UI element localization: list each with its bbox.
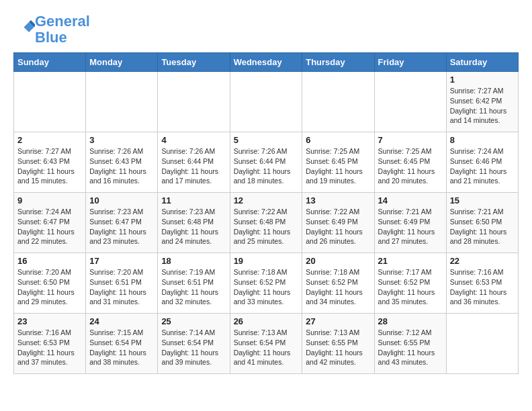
calendar-cell xyxy=(446,314,518,374)
weekday-header-sunday: Sunday xyxy=(14,53,86,72)
day-info: Sunrise: 7:23 AM Sunset: 6:48 PM Dayligh… xyxy=(161,207,226,246)
calendar-cell: 6Sunrise: 7:25 AM Sunset: 6:45 PM Daylig… xyxy=(302,132,374,193)
day-number: 22 xyxy=(450,256,515,266)
day-info: Sunrise: 7:23 AM Sunset: 6:47 PM Dayligh… xyxy=(89,207,154,246)
weekday-header-saturday: Saturday xyxy=(446,53,518,72)
weekday-header-monday: Monday xyxy=(86,53,158,72)
calendar-cell: 5Sunrise: 7:26 AM Sunset: 6:44 PM Daylig… xyxy=(230,132,302,193)
day-number: 4 xyxy=(161,135,226,145)
day-info: Sunrise: 7:21 AM Sunset: 6:49 PM Dayligh… xyxy=(378,207,443,246)
calendar-cell: 26Sunrise: 7:13 AM Sunset: 6:54 PM Dayli… xyxy=(230,314,302,374)
day-info: Sunrise: 7:26 AM Sunset: 6:43 PM Dayligh… xyxy=(89,146,154,186)
calendar-cell: 15Sunrise: 7:21 AM Sunset: 6:50 PM Dayli… xyxy=(446,193,518,253)
calendar-week-row: 2Sunrise: 7:27 AM Sunset: 6:43 PM Daylig… xyxy=(14,132,519,193)
day-number: 21 xyxy=(378,256,443,266)
day-number: 2 xyxy=(17,135,82,145)
day-number: 16 xyxy=(17,256,82,266)
calendar-cell xyxy=(230,72,302,132)
calendar-cell: 24Sunrise: 7:15 AM Sunset: 6:54 PM Dayli… xyxy=(86,314,158,374)
day-info: Sunrise: 7:21 AM Sunset: 6:50 PM Dayligh… xyxy=(450,207,515,246)
calendar-cell: 14Sunrise: 7:21 AM Sunset: 6:49 PM Dayli… xyxy=(374,193,446,253)
calendar-week-row: 9Sunrise: 7:24 AM Sunset: 6:47 PM Daylig… xyxy=(14,193,519,253)
day-info: Sunrise: 7:18 AM Sunset: 6:52 PM Dayligh… xyxy=(306,267,370,307)
calendar-cell: 8Sunrise: 7:24 AM Sunset: 6:46 PM Daylig… xyxy=(446,132,518,193)
day-number: 12 xyxy=(234,195,299,205)
logo-text: General Blue xyxy=(35,13,90,46)
day-number: 25 xyxy=(161,316,226,326)
day-info: Sunrise: 7:16 AM Sunset: 6:53 PM Dayligh… xyxy=(450,267,515,307)
day-info: Sunrise: 7:13 AM Sunset: 6:54 PM Dayligh… xyxy=(234,328,299,367)
calendar-cell: 23Sunrise: 7:16 AM Sunset: 6:53 PM Dayli… xyxy=(14,314,86,374)
calendar-table: SundayMondayTuesdayWednesdayThursdayFrid… xyxy=(13,52,519,374)
calendar-cell xyxy=(374,72,446,132)
day-number: 26 xyxy=(234,316,299,326)
day-info: Sunrise: 7:27 AM Sunset: 6:43 PM Dayligh… xyxy=(17,146,82,186)
calendar-week-row: 23Sunrise: 7:16 AM Sunset: 6:53 PM Dayli… xyxy=(14,314,519,374)
calendar-cell: 16Sunrise: 7:20 AM Sunset: 6:50 PM Dayli… xyxy=(14,253,86,314)
calendar-cell: 20Sunrise: 7:18 AM Sunset: 6:52 PM Dayli… xyxy=(302,253,374,314)
day-number: 23 xyxy=(17,316,82,326)
calendar-cell: 12Sunrise: 7:22 AM Sunset: 6:48 PM Dayli… xyxy=(230,193,302,253)
day-info: Sunrise: 7:20 AM Sunset: 6:51 PM Dayligh… xyxy=(89,267,154,307)
calendar-cell: 21Sunrise: 7:17 AM Sunset: 6:52 PM Dayli… xyxy=(374,253,446,314)
day-number: 28 xyxy=(378,316,443,326)
day-info: Sunrise: 7:22 AM Sunset: 6:48 PM Dayligh… xyxy=(234,207,299,246)
calendar-cell xyxy=(302,72,374,132)
logo-icon xyxy=(15,18,35,38)
calendar-cell: 9Sunrise: 7:24 AM Sunset: 6:47 PM Daylig… xyxy=(14,193,86,253)
day-number: 8 xyxy=(450,135,515,145)
calendar-cell: 18Sunrise: 7:19 AM Sunset: 6:51 PM Dayli… xyxy=(158,253,230,314)
day-number: 3 xyxy=(89,135,154,145)
calendar-cell xyxy=(14,72,86,132)
day-number: 19 xyxy=(234,256,299,266)
calendar-cell: 7Sunrise: 7:25 AM Sunset: 6:45 PM Daylig… xyxy=(374,132,446,193)
weekday-header-thursday: Thursday xyxy=(302,53,374,72)
calendar-cell: 25Sunrise: 7:14 AM Sunset: 6:54 PM Dayli… xyxy=(158,314,230,374)
day-info: Sunrise: 7:14 AM Sunset: 6:54 PM Dayligh… xyxy=(161,328,226,367)
day-info: Sunrise: 7:26 AM Sunset: 6:44 PM Dayligh… xyxy=(234,146,299,186)
calendar-cell xyxy=(158,72,230,132)
calendar-cell: 22Sunrise: 7:16 AM Sunset: 6:53 PM Dayli… xyxy=(446,253,518,314)
day-info: Sunrise: 7:15 AM Sunset: 6:54 PM Dayligh… xyxy=(89,328,154,367)
day-number: 27 xyxy=(306,316,370,326)
day-info: Sunrise: 7:16 AM Sunset: 6:53 PM Dayligh… xyxy=(17,328,82,367)
calendar-cell: 28Sunrise: 7:12 AM Sunset: 6:55 PM Dayli… xyxy=(374,314,446,374)
calendar-cell xyxy=(86,72,158,132)
day-number: 7 xyxy=(378,135,443,145)
calendar-cell: 27Sunrise: 7:13 AM Sunset: 6:55 PM Dayli… xyxy=(302,314,374,374)
calendar-cell: 3Sunrise: 7:26 AM Sunset: 6:43 PM Daylig… xyxy=(86,132,158,193)
calendar-cell: 17Sunrise: 7:20 AM Sunset: 6:51 PM Dayli… xyxy=(86,253,158,314)
calendar-cell: 2Sunrise: 7:27 AM Sunset: 6:43 PM Daylig… xyxy=(14,132,86,193)
day-info: Sunrise: 7:25 AM Sunset: 6:45 PM Dayligh… xyxy=(378,146,443,186)
calendar-week-row: 16Sunrise: 7:20 AM Sunset: 6:50 PM Dayli… xyxy=(14,253,519,314)
calendar-cell: 4Sunrise: 7:26 AM Sunset: 6:44 PM Daylig… xyxy=(158,132,230,193)
day-info: Sunrise: 7:27 AM Sunset: 6:42 PM Dayligh… xyxy=(450,86,515,126)
day-number: 9 xyxy=(17,195,82,205)
weekday-header-wednesday: Wednesday xyxy=(230,53,302,72)
day-info: Sunrise: 7:24 AM Sunset: 6:46 PM Dayligh… xyxy=(450,146,515,186)
day-info: Sunrise: 7:12 AM Sunset: 6:55 PM Dayligh… xyxy=(378,328,443,367)
calendar-cell: 19Sunrise: 7:18 AM Sunset: 6:52 PM Dayli… xyxy=(230,253,302,314)
day-number: 6 xyxy=(306,135,370,145)
weekday-header-tuesday: Tuesday xyxy=(158,53,230,72)
day-number: 15 xyxy=(450,195,515,205)
day-number: 11 xyxy=(161,195,226,205)
day-number: 24 xyxy=(89,316,154,326)
day-number: 1 xyxy=(450,75,515,85)
day-info: Sunrise: 7:13 AM Sunset: 6:55 PM Dayligh… xyxy=(306,328,370,367)
page-header: General Blue xyxy=(13,13,519,46)
day-number: 10 xyxy=(89,195,154,205)
weekday-header-friday: Friday xyxy=(374,53,446,72)
weekday-header-row: SundayMondayTuesdayWednesdayThursdayFrid… xyxy=(14,53,519,72)
day-info: Sunrise: 7:25 AM Sunset: 6:45 PM Dayligh… xyxy=(306,146,370,186)
day-number: 20 xyxy=(306,256,370,266)
day-info: Sunrise: 7:26 AM Sunset: 6:44 PM Dayligh… xyxy=(161,146,226,186)
calendar-week-row: 1Sunrise: 7:27 AM Sunset: 6:42 PM Daylig… xyxy=(14,72,519,132)
calendar-cell: 13Sunrise: 7:22 AM Sunset: 6:49 PM Dayli… xyxy=(302,193,374,253)
calendar-cell: 11Sunrise: 7:23 AM Sunset: 6:48 PM Dayli… xyxy=(158,193,230,253)
calendar-cell: 1Sunrise: 7:27 AM Sunset: 6:42 PM Daylig… xyxy=(446,72,518,132)
day-info: Sunrise: 7:18 AM Sunset: 6:52 PM Dayligh… xyxy=(234,267,299,307)
day-info: Sunrise: 7:17 AM Sunset: 6:52 PM Dayligh… xyxy=(378,267,443,307)
day-number: 17 xyxy=(89,256,154,266)
logo: General Blue xyxy=(13,13,90,46)
